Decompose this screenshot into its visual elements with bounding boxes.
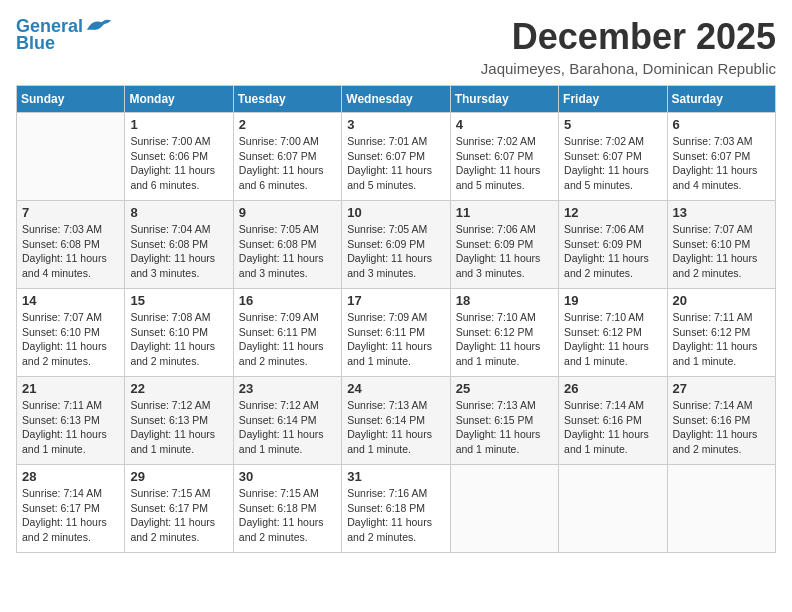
- calendar-cell: 2Sunrise: 7:00 AM Sunset: 6:07 PM Daylig…: [233, 113, 341, 201]
- calendar-cell: 27Sunrise: 7:14 AM Sunset: 6:16 PM Dayli…: [667, 377, 775, 465]
- day-number: 24: [347, 381, 444, 396]
- calendar-cell: [559, 465, 667, 553]
- day-info: Sunrise: 7:05 AM Sunset: 6:09 PM Dayligh…: [347, 222, 444, 281]
- day-info: Sunrise: 7:13 AM Sunset: 6:15 PM Dayligh…: [456, 398, 553, 457]
- col-header-monday: Monday: [125, 86, 233, 113]
- logo-text-blue: Blue: [16, 34, 55, 54]
- calendar-cell: 3Sunrise: 7:01 AM Sunset: 6:07 PM Daylig…: [342, 113, 450, 201]
- day-info: Sunrise: 7:15 AM Sunset: 6:18 PM Dayligh…: [239, 486, 336, 545]
- day-info: Sunrise: 7:05 AM Sunset: 6:08 PM Dayligh…: [239, 222, 336, 281]
- calendar-cell: 23Sunrise: 7:12 AM Sunset: 6:14 PM Dayli…: [233, 377, 341, 465]
- col-header-sunday: Sunday: [17, 86, 125, 113]
- day-info: Sunrise: 7:07 AM Sunset: 6:10 PM Dayligh…: [22, 310, 119, 369]
- calendar-cell: [450, 465, 558, 553]
- calendar-cell: 20Sunrise: 7:11 AM Sunset: 6:12 PM Dayli…: [667, 289, 775, 377]
- day-number: 29: [130, 469, 227, 484]
- day-number: 16: [239, 293, 336, 308]
- calendar-cell: 22Sunrise: 7:12 AM Sunset: 6:13 PM Dayli…: [125, 377, 233, 465]
- calendar-cell: 21Sunrise: 7:11 AM Sunset: 6:13 PM Dayli…: [17, 377, 125, 465]
- day-number: 5: [564, 117, 661, 132]
- day-info: Sunrise: 7:04 AM Sunset: 6:08 PM Dayligh…: [130, 222, 227, 281]
- week-row-5: 28Sunrise: 7:14 AM Sunset: 6:17 PM Dayli…: [17, 465, 776, 553]
- calendar-cell: 6Sunrise: 7:03 AM Sunset: 6:07 PM Daylig…: [667, 113, 775, 201]
- calendar-cell: 5Sunrise: 7:02 AM Sunset: 6:07 PM Daylig…: [559, 113, 667, 201]
- calendar-cell: 26Sunrise: 7:14 AM Sunset: 6:16 PM Dayli…: [559, 377, 667, 465]
- day-info: Sunrise: 7:14 AM Sunset: 6:16 PM Dayligh…: [673, 398, 770, 457]
- day-number: 28: [22, 469, 119, 484]
- calendar-cell: 11Sunrise: 7:06 AM Sunset: 6:09 PM Dayli…: [450, 201, 558, 289]
- day-info: Sunrise: 7:12 AM Sunset: 6:14 PM Dayligh…: [239, 398, 336, 457]
- day-number: 26: [564, 381, 661, 396]
- day-info: Sunrise: 7:07 AM Sunset: 6:10 PM Dayligh…: [673, 222, 770, 281]
- week-row-2: 7Sunrise: 7:03 AM Sunset: 6:08 PM Daylig…: [17, 201, 776, 289]
- title-section: December 2025 Jaquimeyes, Barahona, Domi…: [481, 16, 776, 77]
- calendar-cell: 4Sunrise: 7:02 AM Sunset: 6:07 PM Daylig…: [450, 113, 558, 201]
- day-info: Sunrise: 7:06 AM Sunset: 6:09 PM Dayligh…: [456, 222, 553, 281]
- day-number: 18: [456, 293, 553, 308]
- day-info: Sunrise: 7:00 AM Sunset: 6:07 PM Dayligh…: [239, 134, 336, 193]
- calendar-cell: 24Sunrise: 7:13 AM Sunset: 6:14 PM Dayli…: [342, 377, 450, 465]
- day-number: 3: [347, 117, 444, 132]
- day-info: Sunrise: 7:13 AM Sunset: 6:14 PM Dayligh…: [347, 398, 444, 457]
- calendar-cell: 14Sunrise: 7:07 AM Sunset: 6:10 PM Dayli…: [17, 289, 125, 377]
- day-number: 7: [22, 205, 119, 220]
- calendar-cell: 17Sunrise: 7:09 AM Sunset: 6:11 PM Dayli…: [342, 289, 450, 377]
- day-info: Sunrise: 7:10 AM Sunset: 6:12 PM Dayligh…: [564, 310, 661, 369]
- day-number: 13: [673, 205, 770, 220]
- calendar-cell: [17, 113, 125, 201]
- day-info: Sunrise: 7:12 AM Sunset: 6:13 PM Dayligh…: [130, 398, 227, 457]
- calendar-cell: 31Sunrise: 7:16 AM Sunset: 6:18 PM Dayli…: [342, 465, 450, 553]
- calendar-cell: 16Sunrise: 7:09 AM Sunset: 6:11 PM Dayli…: [233, 289, 341, 377]
- day-info: Sunrise: 7:14 AM Sunset: 6:17 PM Dayligh…: [22, 486, 119, 545]
- day-info: Sunrise: 7:01 AM Sunset: 6:07 PM Dayligh…: [347, 134, 444, 193]
- day-number: 17: [347, 293, 444, 308]
- calendar-table: SundayMondayTuesdayWednesdayThursdayFrid…: [16, 85, 776, 553]
- calendar-cell: 28Sunrise: 7:14 AM Sunset: 6:17 PM Dayli…: [17, 465, 125, 553]
- day-info: Sunrise: 7:02 AM Sunset: 6:07 PM Dayligh…: [564, 134, 661, 193]
- day-number: 2: [239, 117, 336, 132]
- day-info: Sunrise: 7:03 AM Sunset: 6:07 PM Dayligh…: [673, 134, 770, 193]
- calendar-cell: 10Sunrise: 7:05 AM Sunset: 6:09 PM Dayli…: [342, 201, 450, 289]
- location-subtitle: Jaquimeyes, Barahona, Dominican Republic: [481, 60, 776, 77]
- col-header-tuesday: Tuesday: [233, 86, 341, 113]
- week-row-4: 21Sunrise: 7:11 AM Sunset: 6:13 PM Dayli…: [17, 377, 776, 465]
- day-number: 12: [564, 205, 661, 220]
- week-row-3: 14Sunrise: 7:07 AM Sunset: 6:10 PM Dayli…: [17, 289, 776, 377]
- day-number: 6: [673, 117, 770, 132]
- calendar-cell: [667, 465, 775, 553]
- calendar-cell: 19Sunrise: 7:10 AM Sunset: 6:12 PM Dayli…: [559, 289, 667, 377]
- calendar-cell: 8Sunrise: 7:04 AM Sunset: 6:08 PM Daylig…: [125, 201, 233, 289]
- day-number: 27: [673, 381, 770, 396]
- page-container: General Blue December 2025 Jaquimeyes, B…: [16, 16, 776, 553]
- day-number: 1: [130, 117, 227, 132]
- col-header-friday: Friday: [559, 86, 667, 113]
- day-number: 22: [130, 381, 227, 396]
- calendar-cell: 30Sunrise: 7:15 AM Sunset: 6:18 PM Dayli…: [233, 465, 341, 553]
- header-row: SundayMondayTuesdayWednesdayThursdayFrid…: [17, 86, 776, 113]
- day-number: 10: [347, 205, 444, 220]
- day-number: 9: [239, 205, 336, 220]
- calendar-cell: 25Sunrise: 7:13 AM Sunset: 6:15 PM Dayli…: [450, 377, 558, 465]
- calendar-cell: 9Sunrise: 7:05 AM Sunset: 6:08 PM Daylig…: [233, 201, 341, 289]
- header: General Blue December 2025 Jaquimeyes, B…: [16, 16, 776, 77]
- calendar-cell: 18Sunrise: 7:10 AM Sunset: 6:12 PM Dayli…: [450, 289, 558, 377]
- day-info: Sunrise: 7:14 AM Sunset: 6:16 PM Dayligh…: [564, 398, 661, 457]
- logo: General Blue: [16, 16, 113, 54]
- day-info: Sunrise: 7:08 AM Sunset: 6:10 PM Dayligh…: [130, 310, 227, 369]
- day-number: 30: [239, 469, 336, 484]
- col-header-wednesday: Wednesday: [342, 86, 450, 113]
- day-number: 20: [673, 293, 770, 308]
- day-number: 23: [239, 381, 336, 396]
- col-header-saturday: Saturday: [667, 86, 775, 113]
- day-number: 21: [22, 381, 119, 396]
- week-row-1: 1Sunrise: 7:00 AM Sunset: 6:06 PM Daylig…: [17, 113, 776, 201]
- day-number: 11: [456, 205, 553, 220]
- day-info: Sunrise: 7:11 AM Sunset: 6:13 PM Dayligh…: [22, 398, 119, 457]
- day-info: Sunrise: 7:11 AM Sunset: 6:12 PM Dayligh…: [673, 310, 770, 369]
- logo-bird-icon: [85, 16, 113, 38]
- day-number: 31: [347, 469, 444, 484]
- month-title: December 2025: [481, 16, 776, 58]
- day-info: Sunrise: 7:02 AM Sunset: 6:07 PM Dayligh…: [456, 134, 553, 193]
- day-info: Sunrise: 7:16 AM Sunset: 6:18 PM Dayligh…: [347, 486, 444, 545]
- day-info: Sunrise: 7:06 AM Sunset: 6:09 PM Dayligh…: [564, 222, 661, 281]
